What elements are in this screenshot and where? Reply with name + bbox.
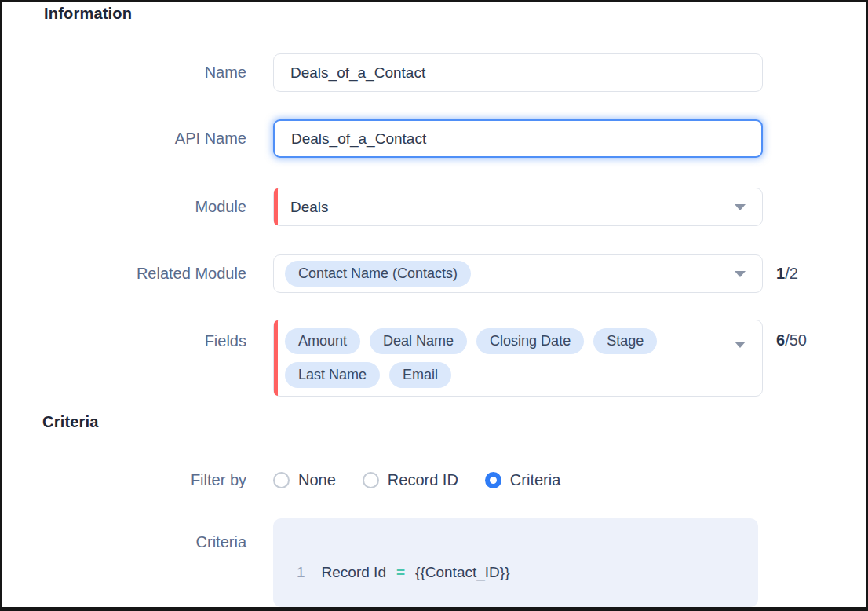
radio-option-criteria[interactable]: Criteria <box>485 471 560 489</box>
api-name-label: API Name <box>2 130 246 148</box>
criteria-code-line: 1 Record Id = {{Contact_ID}} <box>273 518 758 581</box>
related-module-label: Related Module <box>2 265 246 283</box>
radio-option-label: Criteria <box>510 471 560 489</box>
criteria-section-title: Criteria <box>42 413 99 431</box>
field-chip[interactable]: Email <box>389 362 451 388</box>
filter-by-row: Filter by None Record ID Criteria <box>2 471 868 489</box>
module-selected-value: Deals <box>290 199 329 216</box>
field-chip[interactable]: Closing Date <box>476 328 584 354</box>
related-module-counter: 1/2 <box>776 265 798 283</box>
field-chip[interactable]: Amount <box>285 328 360 354</box>
field-chip[interactable]: Last Name <box>285 362 380 388</box>
radio-selected-icon[interactable] <box>485 472 501 488</box>
radio-option-none[interactable]: None <box>273 471 336 489</box>
related-module-chip[interactable]: Contact Name (Contacts) <box>285 261 471 287</box>
criteria-editor-label: Criteria <box>2 518 246 551</box>
fields-multiselect[interactable]: Amount Deal Name Closing Date Stage Last… <box>273 320 763 397</box>
chevron-down-icon[interactable] <box>735 342 746 348</box>
filter-by-radio-group: None Record ID Criteria <box>273 471 560 489</box>
criteria-value-token[interactable]: {{Contact_ID}} <box>415 564 509 581</box>
module-row: Module Deals <box>2 188 868 226</box>
related-module-select[interactable]: Contact Name (Contacts) <box>273 254 763 293</box>
name-input[interactable] <box>273 53 763 92</box>
radio-option-record-id[interactable]: Record ID <box>363 471 458 489</box>
filter-by-label: Filter by <box>2 471 246 489</box>
fields-counter: 6/50 <box>776 331 807 349</box>
criteria-editor-row: Criteria 1 Record Id = {{Contact_ID}} <box>2 518 868 607</box>
fields-label: Fields <box>2 320 246 350</box>
line-number: 1 <box>297 564 305 581</box>
module-label: Module <box>2 198 246 216</box>
radio-unselected-icon[interactable] <box>363 472 379 488</box>
name-label: Name <box>2 64 246 82</box>
radio-option-label: None <box>298 471 336 489</box>
field-chip[interactable]: Deal Name <box>370 328 467 354</box>
information-section-title: Information <box>44 5 132 23</box>
related-module-row: Related Module Contact Name (Contacts) 1… <box>2 254 868 293</box>
fields-row: Fields Amount Deal Name Closing Date Sta… <box>2 320 868 397</box>
chevron-down-icon[interactable] <box>735 271 746 277</box>
radio-option-label: Record ID <box>388 471 458 489</box>
module-select[interactable]: Deals <box>273 188 763 226</box>
radio-unselected-icon[interactable] <box>273 472 290 488</box>
field-chip[interactable]: Stage <box>593 328 657 354</box>
chevron-down-icon[interactable] <box>735 204 746 210</box>
api-name-row: API Name <box>2 119 868 158</box>
name-row: Name <box>2 53 868 92</box>
criteria-code-editor[interactable]: 1 Record Id = {{Contact_ID}} <box>273 518 758 607</box>
api-name-input[interactable] <box>273 119 763 158</box>
criteria-operator-token[interactable]: = <box>396 564 405 581</box>
criteria-field-token[interactable]: Record Id <box>322 564 386 581</box>
